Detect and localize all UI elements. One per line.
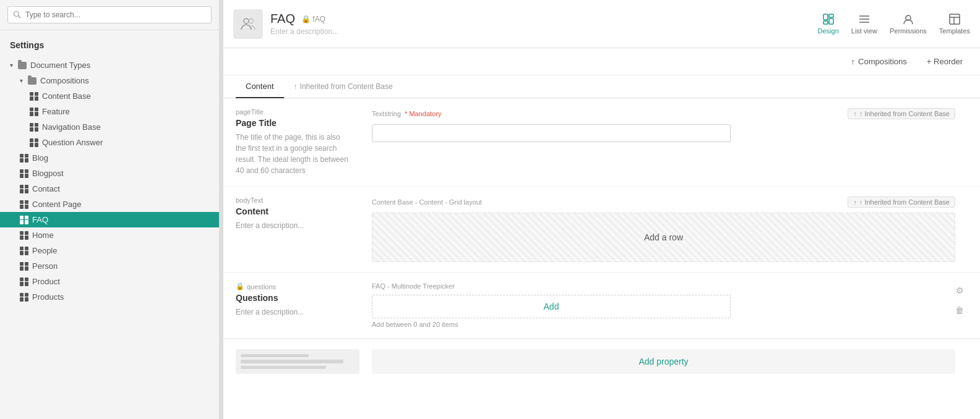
property-meta: Textstring * Mandatory ↑ ↑ Inherited fro… (372, 108, 955, 119)
grid-icon (20, 200, 28, 209)
sidebar-content: Settings ▾ Document Types ▾ Compositions… (0, 30, 219, 419)
toolbar: ↑ Compositions + Reorder (223, 48, 980, 75)
property-name: Content (236, 206, 350, 216)
svg-rect-5 (829, 19, 833, 24)
property-actions: ⚙ 🗑 (947, 282, 968, 318)
tab-content[interactable]: Content (236, 75, 284, 98)
sidebar-item-question-answer[interactable]: Question Answer (0, 135, 219, 150)
item-label: Blogpost (32, 169, 64, 178)
item-label: Products (32, 292, 64, 302)
add-property-placeholder (236, 349, 359, 374)
item-label: Content Base (42, 91, 91, 101)
property-meta: Content Base - Content - Grid layout ↑ ↑… (372, 197, 955, 208)
svg-rect-2 (823, 14, 828, 20)
sidebar-item-contact[interactable]: Contact (0, 181, 219, 197)
top-bar-info: FAQ 🔒 fAQ Enter a description... (270, 12, 818, 36)
item-label: Navigation Base (42, 122, 101, 132)
property-row-questions: 🔒 questions Questions Enter a descriptio… (223, 273, 980, 339)
property-left-body-text: bodyText Content Enter a description... (236, 197, 359, 231)
placeholder-line-1 (241, 354, 309, 357)
item-label: Question Answer (42, 138, 103, 147)
property-alias: bodyText (236, 197, 350, 204)
item-label: Home (32, 231, 54, 240)
description-field[interactable]: Enter a description... (270, 27, 818, 36)
top-bar-actions: Design List view Permissions (818, 13, 970, 35)
sidebar-item-people[interactable]: People (0, 243, 219, 258)
folder-icon (18, 62, 27, 69)
people-icon (239, 15, 257, 33)
grid-icon (20, 231, 28, 240)
property-description: Enter a description... (236, 220, 350, 231)
compositions-folder[interactable]: ▾ Compositions (0, 73, 219, 88)
page-title-input[interactable] (372, 124, 731, 142)
property-type: Content Base - Content - Grid layout (372, 198, 482, 206)
sidebar-item-blogpost[interactable]: Blogpost (0, 166, 219, 181)
inherited-icon: ↑ (853, 110, 857, 117)
add-questions-button[interactable]: Add (372, 295, 731, 318)
property-description: Enter a description... (236, 307, 350, 318)
reorder-button[interactable]: + Reorder (922, 54, 968, 69)
add-property-row: Add property (223, 339, 980, 384)
grid-icon (20, 277, 28, 286)
templates-icon (948, 13, 961, 25)
folder-icon (28, 77, 37, 85)
item-label: Person (32, 261, 58, 271)
grid-icon (20, 169, 28, 178)
permissions-action[interactable]: Permissions (890, 13, 927, 35)
gear-button[interactable]: ⚙ (952, 282, 968, 298)
property-alias: 🔒 questions (236, 282, 350, 290)
sidebar-item-products[interactable]: Products (0, 289, 219, 305)
svg-point-0 (244, 19, 249, 23)
item-label: Contact (32, 184, 60, 193)
sidebar-item-content-base[interactable]: Content Base (0, 88, 219, 104)
sidebar-item-faq[interactable]: FAQ (0, 212, 219, 227)
grid-icon (30, 92, 38, 101)
item-label: Blog (32, 153, 48, 163)
property-row-body-text: bodyText Content Enter a description... … (223, 187, 980, 273)
placeholder-line-3 (241, 366, 326, 369)
sidebar-item-home[interactable]: Home (0, 227, 219, 243)
search-input[interactable] (7, 6, 212, 23)
design-action[interactable]: Design (818, 13, 839, 35)
items-hint: Add between 0 and 20 items (372, 321, 934, 328)
property-description: The title of the page, this is also the … (236, 132, 350, 176)
sidebar-item-navigation-base[interactable]: Navigation Base (0, 119, 219, 135)
alias-badge: 🔒 fAQ (301, 15, 325, 23)
property-right-page-title: Textstring * Mandatory ↑ ↑ Inherited fro… (359, 108, 968, 142)
grid-icon (20, 247, 28, 255)
sidebar: Settings ▾ Document Types ▾ Compositions… (0, 0, 220, 419)
property-left-page-title: pageTitle Page Title The title of the pa… (236, 108, 359, 176)
grid-layout-editor[interactable]: Add a row (372, 213, 955, 262)
svg-rect-10 (950, 14, 960, 24)
grid-icon (20, 262, 28, 271)
inherited-icon: ↑ (294, 82, 298, 91)
compositions-label: Compositions (40, 76, 89, 85)
sidebar-item-blog[interactable]: Blog (0, 150, 219, 166)
page-title: FAQ 🔒 fAQ (270, 12, 818, 26)
sidebar-item-content-page[interactable]: Content Page (0, 197, 219, 212)
delete-button[interactable]: 🗑 (952, 302, 968, 318)
composition-icon: ↑ (851, 57, 856, 66)
svg-rect-3 (829, 14, 833, 17)
tab-inherited[interactable]: ↑ Inherited from Content Base (284, 75, 403, 98)
item-label: Product (32, 277, 60, 286)
caret-icon: ▾ (10, 62, 13, 69)
grid-icon (20, 185, 28, 193)
grid-icon (30, 108, 38, 116)
sidebar-item-feature[interactable]: Feature (0, 104, 219, 119)
add-property-button[interactable]: Add property (372, 349, 955, 374)
property-type: Textstring (372, 110, 401, 117)
templates-action[interactable]: Templates (939, 13, 970, 35)
content-area: pageTitle Page Title The title of the pa… (223, 98, 980, 419)
inherited-badge: ↑ ↑ Inherited from Content Base (848, 197, 955, 208)
sidebar-item-person[interactable]: Person (0, 258, 219, 274)
tabs: Content ↑ Inherited from Content Base (223, 75, 980, 98)
list-view-action[interactable]: List view (851, 13, 877, 35)
sidebar-item-product[interactable]: Product (0, 274, 219, 289)
item-label: Feature (42, 107, 70, 116)
compositions-button[interactable]: ↑ Compositions (846, 54, 912, 69)
property-name: Page Title (236, 118, 350, 128)
document-types-folder[interactable]: ▾ Document Types (0, 57, 219, 73)
property-right-questions: FAQ - Multinode Treepicker Add Add betwe… (359, 282, 947, 328)
inherited-badge: ↑ ↑ Inherited from Content Base (848, 108, 955, 119)
